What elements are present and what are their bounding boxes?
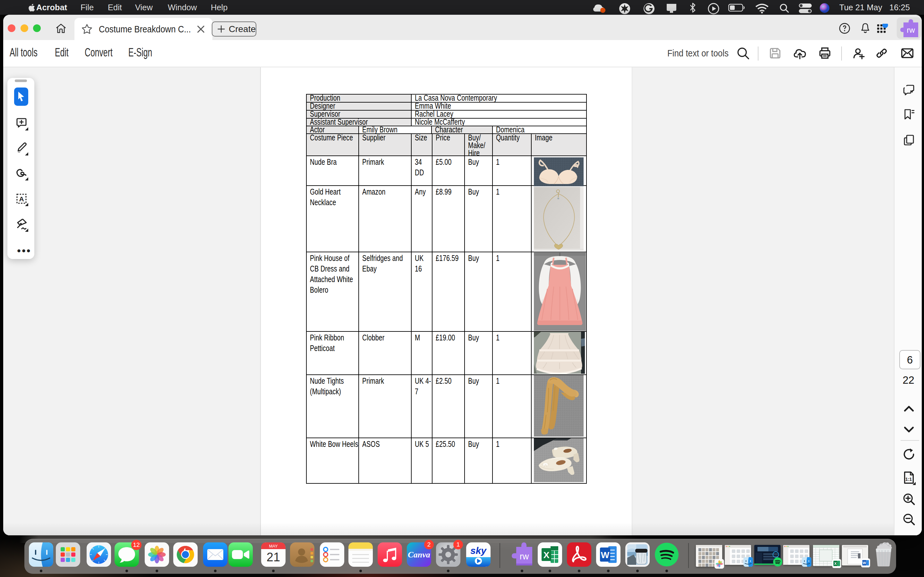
svg-text:rw: rw xyxy=(907,26,915,34)
svg-text:A: A xyxy=(19,195,24,203)
svg-text:1:1: 1:1 xyxy=(905,477,912,482)
